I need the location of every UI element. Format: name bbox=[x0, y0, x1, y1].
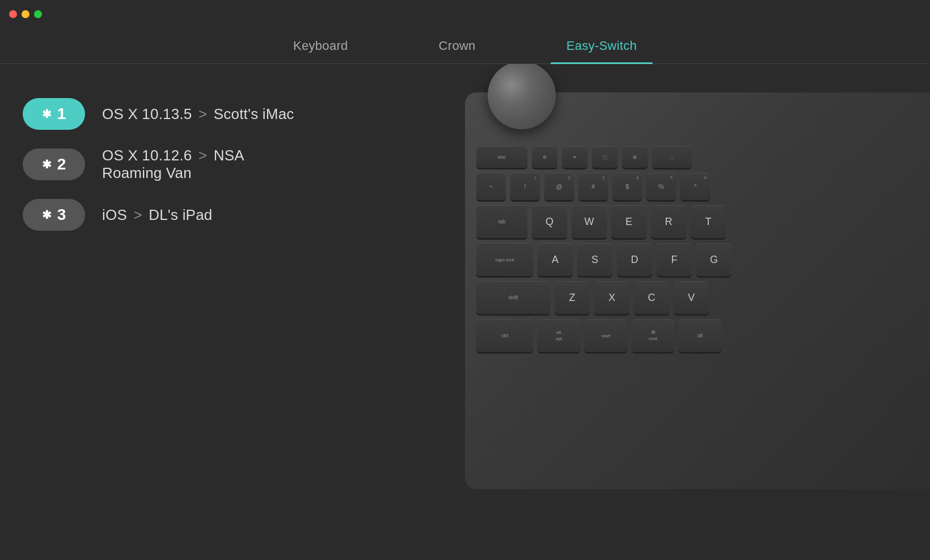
key-tab[interactable]: tab bbox=[476, 205, 527, 238]
key-start[interactable]: start bbox=[585, 319, 627, 352]
key-v[interactable]: V bbox=[674, 281, 709, 314]
key-alt-right[interactable]: alt bbox=[679, 319, 721, 352]
device-number-3: 3 bbox=[57, 206, 66, 224]
device-name-3: DL's iPad bbox=[149, 206, 212, 223]
key-t[interactable]: T bbox=[691, 205, 726, 238]
key-cmd[interactable]: ⌘cmd bbox=[632, 319, 674, 352]
device-separator-1: > bbox=[198, 105, 212, 122]
device-info-1: OS X 10.13.5 > Scott's iMac bbox=[102, 105, 294, 123]
key-capslock[interactable]: caps lock bbox=[476, 243, 533, 276]
device-name-1: Scott's iMac bbox=[214, 105, 294, 122]
key-f5[interactable]: ⬚ bbox=[652, 146, 692, 168]
main-content: ✱ 1 OS X 10.13.5 > Scott's iMac ✱ 2 OS X… bbox=[0, 64, 930, 559]
key-2[interactable]: @ 2 bbox=[544, 173, 574, 200]
tab-keyboard[interactable]: Keyboard bbox=[248, 28, 394, 63]
key-z[interactable]: Z bbox=[555, 281, 590, 314]
maximize-button[interactable] bbox=[34, 10, 42, 18]
device-badge-1[interactable]: ✱ 1 bbox=[23, 98, 85, 130]
keyboard-body: esc ⚙ ☀ ⬛ ⊞ bbox=[465, 92, 930, 489]
key-r[interactable]: R bbox=[651, 205, 686, 238]
key-1[interactable]: ! 1 bbox=[510, 173, 540, 200]
keyboard-container: esc ⚙ ☀ ⬛ ⊞ bbox=[465, 92, 930, 489]
key-5[interactable]: % 5 bbox=[646, 173, 676, 200]
key-4[interactable]: $ 4 bbox=[612, 173, 642, 200]
key-e[interactable]: E bbox=[611, 205, 646, 238]
device-os-2: OS X 10.12.6 bbox=[102, 147, 192, 164]
device-list: ✱ 1 OS X 10.13.5 > Scott's iMac ✱ 2 OS X… bbox=[0, 64, 318, 559]
tab-easy-switch[interactable]: Easy-Switch bbox=[521, 28, 682, 63]
tab-bar: Keyboard Crown Easy-Switch bbox=[0, 28, 930, 64]
key-f2[interactable]: ☀ bbox=[562, 146, 587, 168]
keys-area: esc ⚙ ☀ ⬛ ⊞ bbox=[465, 138, 930, 478]
key-f3[interactable]: ⬛ bbox=[592, 146, 618, 168]
key-row-asdf: caps lock A S D F bbox=[476, 243, 930, 276]
key-d[interactable]: D bbox=[617, 243, 652, 276]
device-item-1[interactable]: ✱ 1 OS X 10.13.5 > Scott's iMac bbox=[23, 98, 295, 130]
key-6[interactable]: ^ 6 bbox=[680, 173, 710, 200]
device-item-2[interactable]: ✱ 2 OS X 10.12.6 > NSA Roaming Van bbox=[23, 147, 295, 182]
key-w[interactable]: W bbox=[572, 205, 607, 238]
key-esc[interactable]: esc bbox=[476, 146, 527, 168]
key-q[interactable]: Q bbox=[532, 205, 567, 238]
device-item-3[interactable]: ✱ 3 iOS > DL's iPad bbox=[23, 199, 295, 231]
device-separator-3: > bbox=[133, 206, 146, 223]
key-row-zxcv: shift Z X C V bbox=[476, 281, 930, 314]
device-os-3: iOS bbox=[102, 206, 127, 223]
crown-dial bbox=[488, 64, 556, 129]
bluetooth-icon-1: ✱ bbox=[42, 107, 52, 121]
key-g[interactable]: G bbox=[696, 243, 732, 276]
device-info-3: iOS > DL's iPad bbox=[102, 206, 212, 224]
key-f[interactable]: F bbox=[657, 243, 692, 276]
close-button[interactable] bbox=[9, 10, 17, 18]
device-badge-3[interactable]: ✱ 3 bbox=[23, 199, 85, 231]
bluetooth-icon-3: ✱ bbox=[42, 208, 52, 222]
device-os-1: OS X 10.13.5 bbox=[102, 105, 192, 122]
key-x[interactable]: X bbox=[594, 281, 629, 314]
minimize-button[interactable] bbox=[22, 10, 29, 18]
key-tilde[interactable]: ~ ` bbox=[476, 173, 506, 200]
key-row-fn: esc ⚙ ☀ ⬛ ⊞ bbox=[476, 146, 930, 168]
keyboard-panel: esc ⚙ ☀ ⬛ ⊞ bbox=[318, 64, 930, 559]
key-f4[interactable]: ⊞ bbox=[622, 146, 648, 168]
key-3[interactable]: # 3 bbox=[578, 173, 608, 200]
bluetooth-icon-2: ✱ bbox=[42, 158, 52, 171]
key-alt-opt[interactable]: altopt bbox=[538, 319, 580, 352]
key-a[interactable]: A bbox=[538, 243, 573, 276]
key-shift-left[interactable]: shift bbox=[476, 281, 550, 314]
device-number-2: 2 bbox=[57, 155, 66, 173]
traffic-lights bbox=[9, 10, 42, 18]
device-info-2: OS X 10.12.6 > NSA Roaming Van bbox=[102, 147, 295, 182]
key-s[interactable]: S bbox=[577, 243, 612, 276]
device-badge-2[interactable]: ✱ 2 bbox=[23, 149, 85, 180]
key-ctrl[interactable]: ctrl bbox=[476, 319, 533, 352]
key-row-qwerty: tab Q W E R bbox=[476, 205, 930, 238]
device-separator-2: > bbox=[198, 147, 212, 164]
key-f1[interactable]: ⚙ bbox=[532, 146, 557, 168]
titlebar bbox=[0, 0, 930, 28]
key-c[interactable]: C bbox=[634, 281, 669, 314]
key-row-modifiers: ctrl altopt start ⌘cmd alt bbox=[476, 319, 930, 352]
device-number-1: 1 bbox=[57, 105, 66, 123]
tab-crown[interactable]: Crown bbox=[394, 28, 521, 63]
key-row-numbers: ~ ` ! 1 @ 2 # 3 bbox=[476, 173, 930, 200]
